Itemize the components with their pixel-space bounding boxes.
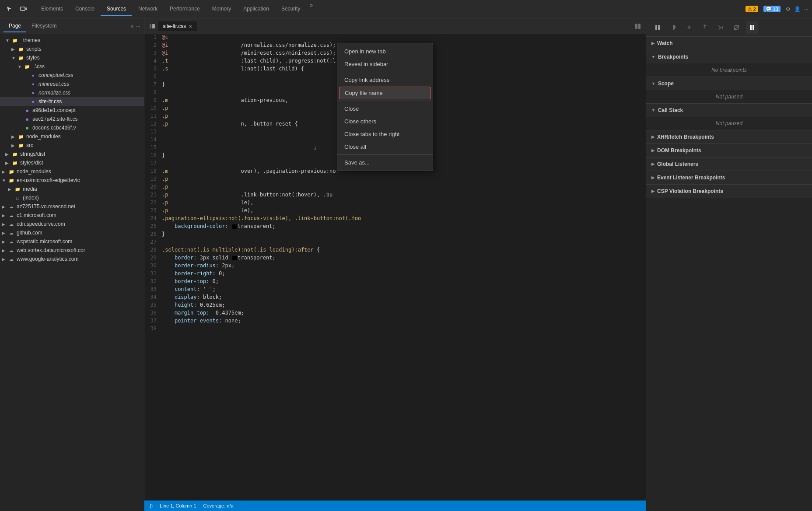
- status-coverage: Coverage: n/a: [203, 503, 234, 508]
- tab-network[interactable]: Network: [132, 2, 164, 16]
- ctx-open-new-tab[interactable]: Open in new tab: [337, 45, 433, 58]
- code-line-19: 19 .p: [144, 176, 646, 184]
- debug-section-header-csp[interactable]: ▶ CSP Violation Breakpoints: [646, 185, 812, 198]
- tree-item-scripts[interactable]: ▶ 📁 scripts: [0, 45, 144, 53]
- tree-item-docons[interactable]: ■ docons.ccbc4d6f.v: [0, 123, 144, 132]
- panel-options-icon[interactable]: ···: [136, 23, 140, 29]
- tree-item-node-modules-top[interactable]: ▶ 📁 node_modules: [0, 167, 144, 176]
- file-tab-siteltr[interactable]: site-ltr.css ×: [158, 21, 197, 31]
- tree-item-c1ms[interactable]: ▶ ☁ c1.microsoft.com: [0, 211, 144, 220]
- tree-label: minireset.css: [38, 81, 69, 87]
- tree-item-dotdot-css[interactable]: ▼ 📁 ..\css: [0, 62, 144, 71]
- tree-item-web-vortex[interactable]: ▶ ☁ web.vortex.data.microsoft.cor: [0, 246, 144, 255]
- tree-item-strings-dist[interactable]: ▶ 📁 strings/dist: [0, 150, 144, 158]
- ctx-copy-filename[interactable]: Copy file name: [339, 87, 431, 99]
- panel-tab-more: » ···: [130, 23, 140, 29]
- step-into-btn[interactable]: [683, 21, 695, 34]
- folder-arrow: ▼: [2, 178, 8, 183]
- tree-item-src[interactable]: ▶ 📁 src: [0, 141, 144, 150]
- folder-arrow: ▶: [11, 47, 18, 52]
- split-editor-btn[interactable]: [632, 20, 644, 32]
- nav-icons: [4, 3, 30, 15]
- more-options-icon[interactable]: ···: [804, 6, 808, 12]
- tab-elements[interactable]: Elements: [35, 2, 69, 16]
- folder-icon: 📁: [14, 186, 21, 192]
- warn-badge[interactable]: ⚠ 2: [746, 6, 758, 12]
- tab-console[interactable]: Console: [69, 2, 101, 16]
- tree-item-themes[interactable]: ▼ 📁 _themes: [0, 36, 144, 45]
- debug-section-header-xhr[interactable]: ▶ XHR/fetch Breakpoints: [646, 130, 812, 144]
- close-tab-icon[interactable]: ×: [189, 23, 192, 29]
- tree-item-aec[interactable]: ■ aec27a42.site-ltr.cs: [0, 115, 144, 123]
- collapse-arrow: ▼: [651, 55, 655, 59]
- user-icon[interactable]: 👤: [794, 6, 801, 12]
- code-line-33: 33 content: ' ';: [144, 286, 646, 294]
- ctx-copy-link[interactable]: Copy link address: [337, 74, 433, 86]
- tree-item-media[interactable]: ▶ 📁 media: [0, 185, 144, 193]
- tab-security[interactable]: Security: [275, 2, 306, 16]
- sidebar-toggle-btn[interactable]: [146, 20, 158, 32]
- tree-label: ..\css: [32, 63, 45, 70]
- info-badge[interactable]: 💬 13: [763, 6, 780, 12]
- folder-arrow: ▶: [2, 239, 8, 244]
- debug-section-header-callstack[interactable]: ▼ Call Stack: [646, 104, 812, 117]
- tree-item-cdn[interactable]: ▶ ☁ cdn.speedcurve.com: [0, 220, 144, 228]
- tab-sources[interactable]: Sources: [101, 2, 132, 16]
- tree-item-google[interactable]: ▶ ☁ www.google-analytics.com: [0, 255, 144, 263]
- tree-item-index[interactable]: ◻ (index): [0, 193, 144, 202]
- debug-section-header-breakpoints[interactable]: ▼ Breakpoints: [646, 50, 812, 63]
- code-line-32: 32 border-top: 0;: [144, 278, 646, 286]
- ctx-close-others[interactable]: Close others: [337, 115, 433, 128]
- info-count: 13: [773, 7, 778, 12]
- tree-item-github[interactable]: ▶ ☁ github.com: [0, 228, 144, 237]
- debug-section-header-global[interactable]: ▶ Global Listeners: [646, 158, 812, 171]
- tab-filesystem[interactable]: Filesystem: [26, 20, 62, 32]
- ctx-close[interactable]: Close: [337, 102, 433, 115]
- step-over-btn[interactable]: [667, 21, 679, 34]
- ctx-reveal-sidebar[interactable]: Reveal in sidebar: [337, 58, 433, 70]
- tree-item-az725[interactable]: ▶ ☁ az725175.vo.msecnd.net: [0, 202, 144, 211]
- device-icon[interactable]: [18, 3, 30, 15]
- cursor-icon[interactable]: [4, 3, 16, 15]
- collapse-arrow: ▶: [651, 148, 654, 153]
- panel-more-icon[interactable]: »: [130, 23, 133, 29]
- deactivate-btn[interactable]: [730, 21, 742, 34]
- step-btn[interactable]: [714, 21, 727, 34]
- status-bar: {} Line 1, Column 1 Coverage: n/a: [144, 500, 646, 511]
- collapse-arrow: ▶: [651, 175, 654, 180]
- debug-section-header-event[interactable]: ▶ Event Listener Breakpoints: [646, 171, 812, 184]
- context-menu: Open in new tab Reveal in sidebar Copy l…: [337, 43, 433, 171]
- debug-section-header-dom[interactable]: ▶ DOM Breakpoints: [646, 144, 812, 157]
- tree-item-normalize[interactable]: ■ normalize.css: [0, 88, 144, 97]
- pause-btn[interactable]: [651, 21, 664, 34]
- debug-section-header-watch[interactable]: ▶ Watch: [646, 37, 812, 50]
- tree-item-conceptual[interactable]: ■ conceptual.css: [0, 71, 144, 80]
- collapse-arrow: ▶: [651, 41, 654, 46]
- nav-more[interactable]: »: [306, 2, 316, 16]
- tree-item-a96[interactable]: ■ a96de1e1.concept: [0, 106, 144, 115]
- tree-item-styles-dist[interactable]: ▶ 📁 styles/dist: [0, 158, 144, 167]
- tree-item-enus[interactable]: ▼ 📁 en-us/microsoft-edge/devtc: [0, 176, 144, 185]
- middle-panel: site-ltr.css × 1 @c 2 @i: [144, 18, 646, 511]
- tree-item-minireset[interactable]: ■ minireset.css: [0, 80, 144, 88]
- step-out-btn[interactable]: [699, 21, 711, 34]
- settings-icon[interactable]: ⚙: [786, 6, 791, 12]
- tab-page[interactable]: Page: [4, 20, 26, 32]
- tree-item-styles[interactable]: ▼ 📁 styles: [0, 53, 144, 62]
- code-line-20: 20 .p: [144, 184, 646, 192]
- tab-performance[interactable]: Performance: [164, 2, 206, 16]
- folder-icon: 📁: [8, 177, 15, 184]
- tab-application[interactable]: Application: [237, 2, 275, 16]
- tab-memory[interactable]: Memory: [206, 2, 237, 16]
- folder-arrow: ▶: [2, 222, 8, 227]
- ctx-save-as[interactable]: Save as...: [337, 156, 433, 169]
- pause-exceptions-btn[interactable]: [746, 21, 758, 34]
- debug-section-header-scope[interactable]: ▼ Scope: [646, 77, 812, 90]
- ctx-close-tabs-right[interactable]: Close tabs to the right: [337, 128, 433, 140]
- tree-item-wcp[interactable]: ▶ ☁ wcpstatic.microsoft.com: [0, 237, 144, 246]
- tree-item-siteltr[interactable]: ■ site-ltr.css: [0, 97, 144, 106]
- tree-label: docons.ccbc4d6f.v: [32, 125, 76, 131]
- ctx-close-all[interactable]: Close all: [337, 140, 433, 153]
- tree-item-node-modules-2[interactable]: ▶ 📁 node_modules: [0, 132, 144, 141]
- code-line-21: 21 .p .link-button:not(:hover), .bu: [144, 192, 646, 200]
